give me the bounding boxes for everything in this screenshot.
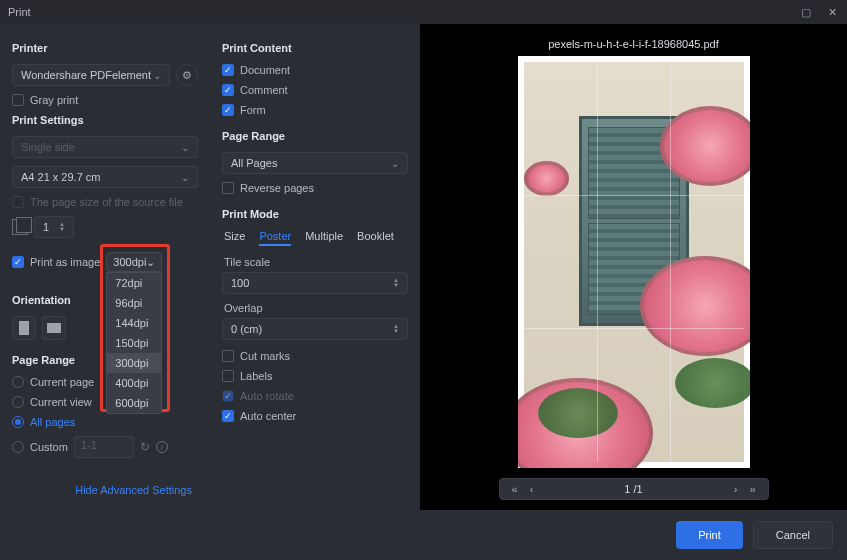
print-settings-heading: Print Settings (12, 114, 198, 126)
content-form-label: Form (240, 104, 266, 116)
window-controls: ▢ ✕ (799, 5, 839, 19)
range-custom-radio[interactable] (12, 441, 24, 453)
print-mode-heading: Print Mode (222, 208, 408, 220)
last-page-button[interactable]: » (749, 483, 755, 495)
first-page-button[interactable]: « (512, 483, 518, 495)
cut-marks-label: Cut marks (240, 350, 290, 362)
panel-print-options: Print Content Document Comment Form Page… (210, 24, 420, 510)
auto-center-checkbox[interactable] (222, 410, 234, 422)
paper-size-select[interactable]: A4 21 x 29.7 cm ⌄ (12, 166, 198, 188)
tab-poster[interactable]: Poster (259, 230, 291, 246)
paper-size-value: A4 21 x 29.7 cm (21, 171, 101, 183)
content-comment-label: Comment (240, 84, 288, 96)
dialog-footer: Print Cancel (0, 510, 847, 560)
tile-scale-label: Tile scale (224, 256, 408, 268)
chevron-down-icon: ⌄ (391, 158, 399, 169)
title-bar: Print ▢ ✕ (0, 0, 847, 24)
printer-select-value: Wondershare PDFelement (21, 69, 151, 81)
range-custom-input[interactable]: 1-1 (74, 436, 134, 458)
tile-scale-input[interactable]: 100 ▲▼ (222, 272, 408, 294)
page-range-select[interactable]: All Pages ⌄ (222, 152, 408, 174)
print-content-heading: Print Content (222, 42, 408, 54)
range-current-view-label: Current view (30, 396, 92, 408)
gray-print-checkbox[interactable] (12, 94, 24, 106)
content-comment-checkbox[interactable] (222, 84, 234, 96)
page-indicator: 1 /1 (547, 483, 719, 495)
cut-marks-checkbox[interactable] (222, 350, 234, 362)
window-maximize-icon[interactable]: ▢ (799, 5, 813, 19)
mid-page-range-heading: Page Range (222, 130, 408, 142)
dpi-option[interactable]: 144dpi (107, 313, 161, 333)
range-all-pages-radio[interactable] (12, 416, 24, 428)
printer-settings-button[interactable]: ⚙ (176, 64, 198, 86)
auto-rotate-checkbox (222, 390, 234, 402)
dpi-option[interactable]: 400dpi (107, 373, 161, 393)
tab-size[interactable]: Size (224, 230, 245, 246)
portrait-icon (19, 321, 29, 335)
reverse-pages-label: Reverse pages (240, 182, 314, 194)
copies-stepper[interactable]: 1 ▲▼ (34, 216, 74, 238)
panel-preview: pexels-m-u-h-t-e-l-i-f-18968045.pdf « ‹ (420, 24, 847, 510)
overlap-label: Overlap (224, 302, 408, 314)
dpi-option[interactable]: 96dpi (107, 293, 161, 313)
chevron-down-icon: ⌄ (153, 70, 161, 81)
dpi-option[interactable]: 72dpi (107, 273, 161, 293)
range-all-pages-label: All pages (30, 416, 75, 428)
dpi-dropdown-menu: 72dpi 96dpi 144dpi 150dpi 300dpi 400dpi … (106, 272, 162, 414)
print-button[interactable]: Print (676, 521, 743, 549)
gear-icon: ⚙ (182, 69, 192, 82)
dpi-option[interactable]: 300dpi (107, 353, 161, 373)
landscape-icon (47, 323, 61, 333)
tab-booklet[interactable]: Booklet (357, 230, 394, 246)
dpi-select[interactable]: 300dpi ⌄ (106, 252, 162, 272)
next-page-button[interactable]: › (734, 483, 738, 495)
auto-center-label: Auto center (240, 410, 296, 422)
dpi-option[interactable]: 150dpi (107, 333, 161, 353)
labels-label: Labels (240, 370, 272, 382)
range-current-view-radio[interactable] (12, 396, 24, 408)
overlap-input[interactable]: 0 (cm) ▲▼ (222, 318, 408, 340)
preview-filename: pexels-m-u-h-t-e-l-i-f-18968045.pdf (548, 38, 719, 50)
content-document-label: Document (240, 64, 290, 76)
copies-icon (12, 219, 28, 235)
content-form-checkbox[interactable] (222, 104, 234, 116)
range-custom-label: Custom (30, 441, 68, 453)
chevron-down-icon: ⌄ (146, 256, 155, 269)
toggle-advanced-settings-link[interactable]: Hide Advanced Settings (12, 484, 192, 496)
gray-print-label: Gray print (30, 94, 78, 106)
window-close-icon[interactable]: ✕ (825, 5, 839, 19)
range-current-page-radio[interactable] (12, 376, 24, 388)
page-range-heading: Page Range (12, 354, 198, 366)
orientation-heading: Orientation (12, 294, 198, 306)
labels-checkbox[interactable] (222, 370, 234, 382)
copies-value: 1 (43, 221, 49, 233)
chevron-down-icon: ⌄ (181, 172, 189, 183)
dpi-option[interactable]: 600dpi (107, 393, 161, 413)
tile-scale-value: 100 (231, 277, 249, 289)
overlap-value: 0 (cm) (231, 323, 262, 335)
panel-printer: Printer Wondershare PDFelement ⌄ ⚙ Gray … (0, 24, 210, 510)
info-icon[interactable]: i (156, 441, 168, 453)
duplex-select-placeholder: Single side (21, 141, 75, 153)
prev-page-button[interactable]: ‹ (530, 483, 534, 495)
chevron-down-icon: ⌄ (181, 142, 189, 153)
page-range-select-value: All Pages (231, 157, 277, 169)
orientation-portrait-button[interactable] (12, 316, 36, 340)
source-page-size-label: The page size of the source file (30, 196, 183, 208)
printer-heading: Printer (12, 42, 198, 54)
tab-multiple[interactable]: Multiple (305, 230, 343, 246)
content-document-checkbox[interactable] (222, 64, 234, 76)
cancel-button[interactable]: Cancel (753, 521, 833, 549)
window-title: Print (8, 6, 31, 18)
reverse-pages-checkbox[interactable] (222, 182, 234, 194)
printer-select[interactable]: Wondershare PDFelement ⌄ (12, 64, 170, 86)
print-as-image-checkbox[interactable] (12, 256, 24, 268)
duplex-select[interactable]: Single side ⌄ (12, 136, 198, 158)
reset-icon[interactable]: ↻ (140, 440, 150, 454)
source-page-size-checkbox[interactable] (12, 196, 24, 208)
orientation-landscape-button[interactable] (42, 316, 66, 340)
print-mode-tabs: Size Poster Multiple Booklet (224, 230, 408, 246)
page-navigator: « ‹ 1 /1 › » (499, 478, 769, 500)
preview-page (518, 56, 750, 468)
auto-rotate-label: Auto rotate (240, 390, 294, 402)
